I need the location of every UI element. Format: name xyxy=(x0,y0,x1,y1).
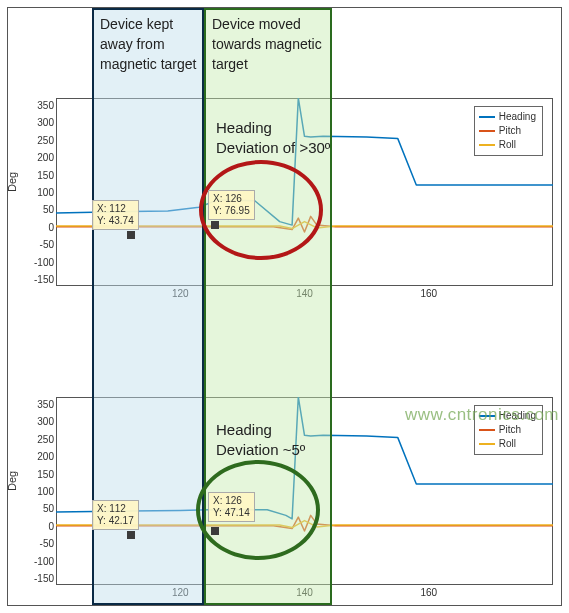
y-tick: 350 xyxy=(37,99,54,110)
y-axis-lower: Deg -150-100-50050100150200250300350 xyxy=(8,397,56,585)
legend-label-heading: Heading xyxy=(499,409,536,423)
y-tick: 250 xyxy=(37,134,54,145)
y-tick: -50 xyxy=(40,239,54,250)
legend-upper: Heading Pitch Roll xyxy=(474,106,543,156)
series-pitch xyxy=(56,515,553,531)
legend-lower: Heading Pitch Roll xyxy=(474,405,543,455)
x-ticks-lower: 120140160 xyxy=(56,587,553,601)
y-tick: 100 xyxy=(37,486,54,497)
y-tick: 200 xyxy=(37,152,54,163)
y-ticks-upper: -150-100-50050100150200250300350 xyxy=(8,98,56,286)
y-tick: -150 xyxy=(34,274,54,285)
legend-roll: Roll xyxy=(479,437,536,451)
y-tick: 50 xyxy=(43,204,54,215)
y-tick: 100 xyxy=(37,187,54,198)
y-tick: 0 xyxy=(48,221,54,232)
series-pitch xyxy=(56,216,553,232)
x-tick: 160 xyxy=(420,288,437,299)
legend-swatch-heading xyxy=(479,415,495,417)
y-tick: 200 xyxy=(37,451,54,462)
y-tick: 150 xyxy=(37,169,54,180)
legend-swatch-roll xyxy=(479,144,495,146)
legend-label-heading: Heading xyxy=(499,110,536,124)
legend-swatch-roll xyxy=(479,443,495,445)
y-axis-upper: Deg -150-100-50050100150200250300350 xyxy=(8,98,56,286)
y-tick: 50 xyxy=(43,503,54,514)
x-tick: 160 xyxy=(420,587,437,598)
legend-pitch: Pitch xyxy=(479,423,536,437)
x-tick: 120 xyxy=(172,587,189,598)
y-tick: 300 xyxy=(37,416,54,427)
y-tick: -100 xyxy=(34,256,54,267)
legend-pitch: Pitch xyxy=(479,124,536,138)
y-tick: -150 xyxy=(34,573,54,584)
chart-upper: Deg -150-100-50050100150200250300350 120… xyxy=(8,8,561,306)
y-tick: -50 xyxy=(40,538,54,549)
legend-label-roll: Roll xyxy=(499,437,516,451)
chart-lower: Deg -150-100-50050100150200250300350 120… xyxy=(8,307,561,605)
x-tick: 140 xyxy=(296,288,313,299)
legend-label-pitch: Pitch xyxy=(499,124,521,138)
legend-heading: Heading xyxy=(479,110,536,124)
x-tick: 120 xyxy=(172,288,189,299)
legend-label-roll: Roll xyxy=(499,138,516,152)
y-tick: 0 xyxy=(48,520,54,531)
legend-swatch-pitch xyxy=(479,429,495,431)
y-ticks-lower: -150-100-50050100150200250300350 xyxy=(8,397,56,585)
y-tick: 150 xyxy=(37,468,54,479)
legend-swatch-heading xyxy=(479,116,495,118)
figure-frame: Deg -150-100-50050100150200250300350 120… xyxy=(8,8,561,605)
legend-label-pitch: Pitch xyxy=(499,423,521,437)
legend-roll: Roll xyxy=(479,138,536,152)
y-tick: 350 xyxy=(37,398,54,409)
y-tick: -100 xyxy=(34,555,54,566)
y-tick: 250 xyxy=(37,433,54,444)
y-tick: 300 xyxy=(37,117,54,128)
x-ticks-upper: 120140160 xyxy=(56,288,553,302)
legend-heading: Heading xyxy=(479,409,536,423)
legend-swatch-pitch xyxy=(479,130,495,132)
x-tick: 140 xyxy=(296,587,313,598)
